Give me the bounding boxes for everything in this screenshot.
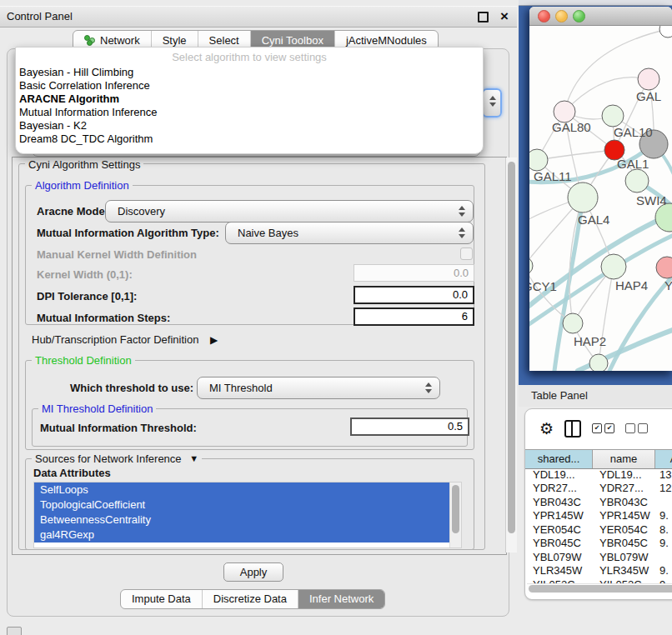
network-canvas[interactable]: GALGAL80GAL10GAL1GAL11SWI4GAL4GCY1HAP4YH… <box>529 26 672 371</box>
network-node[interactable] <box>529 257 533 275</box>
network-node[interactable] <box>656 257 672 278</box>
which-threshold-label: Which threshold to use: <box>70 382 193 394</box>
aracne-mode-value: Discovery <box>118 201 165 222</box>
network-edge <box>537 150 614 160</box>
table-cell: YDR27... <box>592 482 654 495</box>
algorithm-option-bayesian-k2[interactable]: Bayesian - K2 <box>16 119 483 132</box>
node-label-hap4: HAP4 <box>615 278 648 292</box>
algorithm-definition-title: Algorithm Definition <box>32 179 133 192</box>
network-node[interactable] <box>655 203 672 232</box>
attribute-item-gal4rgexp[interactable]: gal4RGexp <box>34 528 455 542</box>
column-header-name[interactable]: name <box>593 450 655 468</box>
algorithm-option-bayesian-hill-climbing[interactable]: Bayesian - Hill Climbing <box>16 66 483 79</box>
algorithm-option-dream8-dc-tdc-algorithm[interactable]: Dream8 DC_TDC Algorithm <box>16 132 483 146</box>
tab-select-label: Select <box>209 34 239 47</box>
dropdown-list: Bayesian - Hill ClimbingBasic Correlatio… <box>16 66 483 146</box>
network-window-titlebar[interactable] <box>529 7 672 26</box>
close-panel-icon[interactable]: × <box>500 8 509 25</box>
table-cell <box>654 496 672 509</box>
table-row[interactable]: YBR045CYBR045C9. <box>525 537 672 550</box>
table-row[interactable]: YLR345WYLR345W9. <box>525 564 672 578</box>
sources-toggle[interactable]: Sources for Network Inference ▼ <box>32 452 202 465</box>
unchecked-pair-icon[interactable] <box>625 423 648 433</box>
bottom-tab-impute-data[interactable]: Impute Data <box>121 590 203 608</box>
collapsed-arrow-icon: ▶ <box>210 334 218 346</box>
which-threshold-value: MI Threshold <box>209 378 273 398</box>
node-label-gal10: GAL10 <box>614 125 653 139</box>
settings-scrollbar[interactable] <box>505 158 517 552</box>
algorithm-option-mutual-information-inference[interactable]: Mutual Information Inference <box>16 106 483 119</box>
attributes-scrollbar[interactable] <box>449 482 461 548</box>
columns-icon[interactable] <box>564 420 581 438</box>
float-window-button[interactable] <box>478 12 489 22</box>
algorithm-option-basic-correlation-inference[interactable]: Basic Correlation Inference <box>16 79 483 92</box>
checked-pair-icon[interactable]: ✔✔ <box>592 423 614 433</box>
mi-type-combo[interactable]: Naive Bayes <box>225 222 474 244</box>
network-node[interactable] <box>568 182 598 212</box>
network-node[interactable] <box>601 254 626 279</box>
table-row[interactable]: YBR043CYBR043C <box>525 496 672 509</box>
algorithm-combo-spinner[interactable] <box>482 88 502 118</box>
table-cell: 9. <box>654 564 672 578</box>
attribute-item-betweennesscentrality[interactable]: BetweennessCentrality <box>34 512 455 528</box>
mi-steps-field[interactable]: 6 <box>354 308 474 326</box>
table-cell: 9. <box>654 509 672 522</box>
column-header-a[interactable]: A <box>655 450 672 468</box>
mi-steps-label: Mutual Information Steps: <box>37 312 170 324</box>
table-row[interactable]: YDL19...YDL19...13 <box>525 468 672 482</box>
network-node[interactable] <box>589 354 608 371</box>
tab-cyni-toolbox-label: Cyni Toolbox <box>262 34 323 47</box>
network-node[interactable] <box>638 68 659 90</box>
bottom-tab-infer-network-label: Infer Network <box>309 590 374 608</box>
close-traffic-light[interactable] <box>538 10 550 22</box>
dpi-tolerance-field[interactable]: 0.0 <box>354 286 474 304</box>
network-icon <box>84 35 95 46</box>
control-panel-titlebar[interactable]: Control Panel × <box>0 6 517 28</box>
table-row[interactable]: YDR27...YDR27...12 <box>525 482 672 495</box>
table-cell: 9. <box>654 537 672 550</box>
table-cell: YLR345W <box>592 564 654 578</box>
hub-definition-toggle[interactable]: Hub/Transcription Factor Definition ▶ <box>32 333 218 346</box>
tab-jactivemnodules-label: jActiveMNodules <box>346 34 427 47</box>
network-node[interactable] <box>563 313 583 333</box>
network-node[interactable] <box>602 105 624 127</box>
node-label-gal80: GAL80 <box>552 120 591 134</box>
kernel-width-field[interactable]: 0.0 <box>354 264 474 282</box>
network-edge <box>599 267 614 363</box>
table-cell: 8. <box>654 523 672 537</box>
bottom-tab-bar: Impute DataDiscretize DataInfer Network <box>120 589 385 609</box>
table-horizontal-scrollbar[interactable] <box>527 583 672 593</box>
control-panel-title: Control Panel <box>7 10 73 22</box>
table-row[interactable]: YER054CYER054C8. <box>525 523 672 537</box>
table-row[interactable]: YPR145WYPR145W9. <box>525 509 672 522</box>
attribute-item-selfloops[interactable]: SelfLoops <box>34 482 455 498</box>
node-label-swi4: SWI4 <box>636 193 667 208</box>
minimized-panel-icon[interactable] <box>7 627 22 635</box>
network-node[interactable] <box>659 26 672 38</box>
mi-threshold-field[interactable]: 0.5 <box>350 418 469 436</box>
table-cell <box>654 551 672 564</box>
cyni-settings-group-title: Cyni Algorithm Settings <box>25 158 143 171</box>
minimize-traffic-light[interactable] <box>555 10 568 22</box>
table-cell: YBR045C <box>592 537 654 550</box>
apply-button[interactable]: Apply <box>223 562 283 582</box>
attribute-item-topologicalcoefficient[interactable]: TopologicalCoefficient <box>34 498 455 512</box>
bottom-tab-discretize-data[interactable]: Discretize Data <box>203 590 298 608</box>
manual-kernel-label: Manual Kernel Width Definition <box>37 248 197 261</box>
table-row[interactable]: YBL079WYBL079W <box>525 551 672 564</box>
manual-kernel-checkbox[interactable] <box>460 248 473 260</box>
dropdown-prompt: Select algorithm to view settings <box>16 48 483 66</box>
expanded-arrow-icon: ▼ <box>189 453 198 463</box>
which-threshold-combo[interactable]: MI Threshold <box>197 377 440 399</box>
zoom-traffic-light[interactable] <box>573 10 585 22</box>
spinner-arrows-icon <box>489 96 496 107</box>
column-header-shared[interactable]: shared... <box>525 450 593 468</box>
network-node[interactable] <box>625 169 649 192</box>
algorithm-option-aracne-algorithm[interactable]: ARACNE Algorithm <box>16 92 483 106</box>
gear-icon[interactable]: ⚙ <box>539 421 554 437</box>
node-label-gal11: GAL11 <box>534 169 572 183</box>
bottom-tab-infer-network[interactable]: Infer Network <box>298 590 384 608</box>
table-cell: YBL079W <box>525 551 592 564</box>
network-node[interactable] <box>529 149 548 171</box>
aracne-mode-combo[interactable]: Discovery <box>105 200 474 222</box>
